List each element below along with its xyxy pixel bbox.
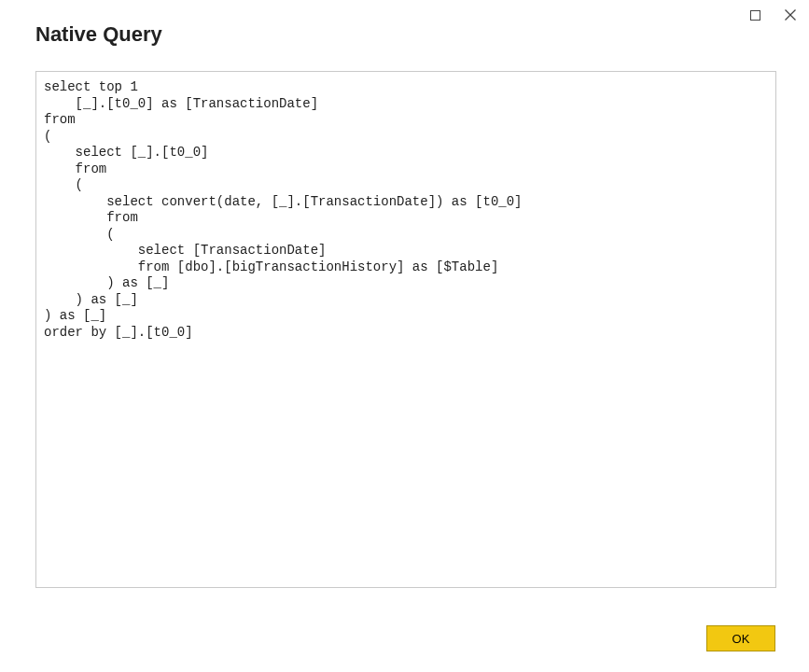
dialog-title: Native Query <box>35 22 162 47</box>
maximize-button[interactable] <box>742 4 768 26</box>
ok-button[interactable]: OK <box>706 625 775 651</box>
close-icon <box>785 9 796 21</box>
query-box: select top 1 [_].[t0_0] as [TransactionD… <box>35 71 776 588</box>
close-button[interactable] <box>777 4 803 26</box>
query-text: select top 1 [_].[t0_0] as [TransactionD… <box>44 79 768 341</box>
footer: OK <box>706 625 775 651</box>
svg-rect-0 <box>750 10 760 20</box>
titlebar <box>742 4 803 26</box>
maximize-icon <box>750 10 760 21</box>
